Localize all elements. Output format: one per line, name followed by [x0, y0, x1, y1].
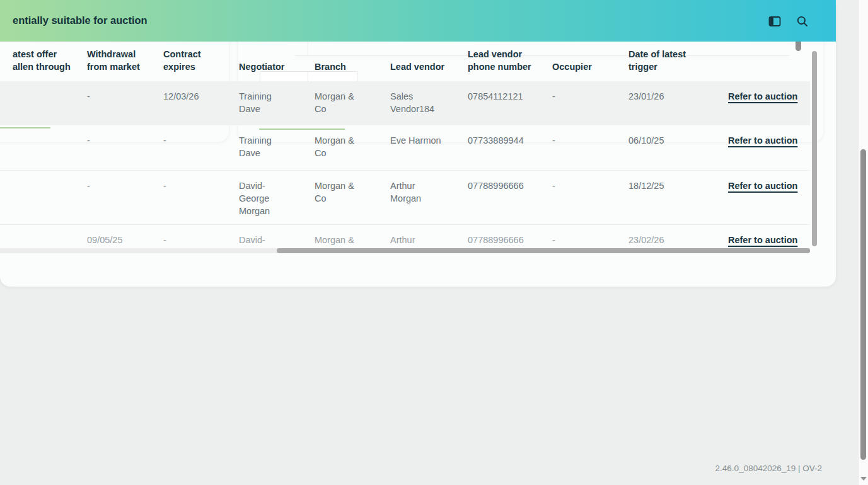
cell-occupier: -	[552, 125, 603, 147]
column-header-latest-offer-fallen-through[interactable]: atest offer allen through	[13, 48, 71, 73]
column-header-contract-expires[interactable]: Contract expires	[163, 48, 201, 73]
scroll-down-icon[interactable]	[860, 477, 867, 481]
cell-contract-expires: -	[163, 125, 212, 147]
cell-negotiator: Training Dave	[239, 125, 291, 159]
cell-latest-trigger: 18/12/25	[628, 171, 690, 192]
app-version-text: 2.46.0_08042026_19 | OV-2	[715, 464, 822, 473]
cell-withdrawal: 09/05/25	[87, 225, 145, 246]
auction-panel: entially suitable for auction atest offe…	[0, 0, 836, 287]
cell-withdrawal: -	[87, 125, 145, 147]
cell-latest-trigger: 23/02/26	[628, 225, 690, 246]
cell-branch: Morgan & Co	[315, 125, 365, 159]
column-header-branch[interactable]: Branch	[315, 60, 346, 73]
cell-contract-expires: 12/03/26	[163, 81, 212, 103]
cell-withdrawal: -	[87, 171, 145, 192]
cell-branch: Morgan &	[315, 225, 365, 246]
cell-negotiator: Training Dave	[239, 81, 291, 115]
column-header-lead-vendor-phone[interactable]: Lead vendor phone number	[468, 48, 531, 73]
refer-to-auction-link[interactable]: Refer to auction	[728, 181, 797, 191]
column-header-lead-vendor[interactable]: Lead vendor	[390, 60, 444, 73]
cell-lead-vendor: Arthur	[390, 225, 447, 246]
cell-occupier: -	[552, 225, 603, 246]
table-vertical-scrollbar-thumb[interactable]	[812, 51, 817, 246]
cell-lead-vendor: Eve Harmon	[390, 125, 447, 147]
page: w calendar Not Started contact vendor fo…	[0, 0, 868, 485]
search-icon[interactable]	[796, 15, 809, 30]
table-row[interactable]: 09/05/25 - David- Morgan & Arthur 077889…	[0, 225, 810, 248]
refer-to-auction-link[interactable]: Refer to auction	[728, 135, 797, 146]
cell-phone: 07854112121	[468, 81, 538, 103]
table-horizontal-scrollbar-thumb[interactable]	[277, 248, 810, 253]
table-row[interactable]: - - David-George Morgan Morgan & Co Arth…	[0, 171, 810, 225]
cell-phone: 07788996666	[468, 225, 538, 246]
cell-withdrawal: -	[87, 81, 145, 103]
column-header-withdrawal-from-market[interactable]: Withdrawal from market	[87, 48, 140, 73]
cell-negotiator: David-George Morgan	[239, 171, 291, 217]
cell-phone: 07733889944	[468, 125, 538, 147]
column-header-negotiator[interactable]: Negotiator	[239, 60, 285, 73]
table-row[interactable]: - - Training Dave Morgan & Co Eve Harmon…	[0, 125, 810, 171]
refer-to-auction-link[interactable]: Refer to auction	[728, 91, 797, 101]
cell-contract-expires: -	[163, 171, 212, 192]
page-scrollbar[interactable]	[858, 0, 868, 485]
cell-occupier: -	[552, 171, 603, 192]
cell-branch: Morgan & Co	[315, 171, 365, 205]
columns-icon[interactable]	[768, 15, 781, 30]
table-row[interactable]: - 12/03/26 Training Dave Morgan & Co Sal…	[0, 81, 810, 125]
column-header-occupier[interactable]: Occupier	[552, 60, 592, 73]
auction-panel-header: entially suitable for auction	[0, 0, 836, 42]
auction-panel-title: entially suitable for auction	[13, 14, 148, 26]
column-header-date-of-latest-trigger[interactable]: Date of latest trigger	[628, 48, 686, 73]
cell-contract-expires: -	[163, 225, 212, 246]
cell-branch: Morgan & Co	[315, 81, 365, 115]
cell-phone: 07788996666	[468, 171, 538, 192]
cell-lead-vendor: Arthur Morgan	[390, 171, 447, 205]
cell-occupier: -	[552, 81, 603, 103]
refer-to-auction-link[interactable]: Refer to auction	[728, 235, 797, 245]
cell-latest-trigger: 06/10/25	[628, 125, 690, 147]
cell-lead-vendor: Sales Vendor184	[390, 81, 447, 115]
page-scrollbar-thumb[interactable]	[860, 149, 866, 460]
table-header-row: atest offer allen through Withdrawal fro…	[0, 42, 836, 81]
cell-latest-trigger: 23/01/26	[628, 81, 690, 103]
cell-negotiator: David-	[239, 225, 291, 246]
